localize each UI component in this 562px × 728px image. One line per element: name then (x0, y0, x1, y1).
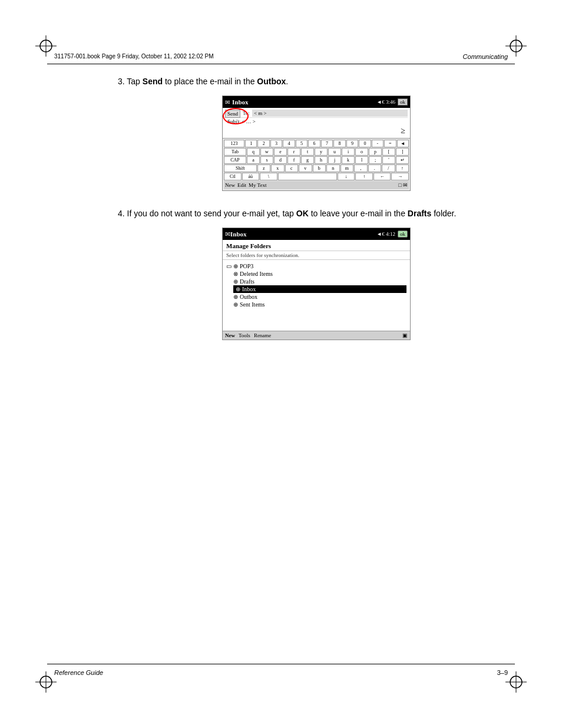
subj-value[interactable]: < … > (242, 118, 256, 124)
kb-key-x[interactable]: x (271, 164, 285, 172)
kb-key-q[interactable]: q (247, 148, 260, 156)
screen1-ok-button[interactable]: ok (398, 98, 408, 106)
kb-key-0[interactable]: 0 (359, 140, 371, 147)
kb-key-down[interactable]: ↓ (338, 173, 355, 180)
kb-key-space[interactable] (278, 173, 337, 180)
pop3-folder-icon: ⊕ (233, 263, 238, 269)
kb-key-i[interactable]: i (342, 148, 355, 156)
kb-key-s[interactable]: s (260, 156, 273, 164)
kb-key-1[interactable]: 1 (245, 140, 257, 147)
kb-key-minus[interactable]: - (372, 140, 384, 147)
kb-key-e[interactable]: e (274, 148, 287, 156)
kb-key-m[interactable]: m (340, 164, 354, 172)
main-content: 3. Tap Send to place the e-mail in the O… (118, 77, 515, 657)
outbox-label: Outbox (240, 294, 257, 300)
kb-edit-menu[interactable]: Edit (237, 182, 246, 188)
kb-key-o[interactable]: o (355, 148, 368, 156)
kb-key-equals[interactable]: = (384, 140, 396, 147)
kb-key-9[interactable]: 9 (346, 140, 358, 147)
footer-guide-label: Reference Guide (54, 669, 103, 676)
manage-new-menu[interactable]: New (225, 332, 235, 338)
send-button[interactable]: Send (225, 110, 240, 118)
deleted-items-icon: ⊗ (233, 271, 238, 277)
kb-key-f[interactable]: f (287, 156, 300, 164)
kb-key-right[interactable]: → (391, 173, 409, 180)
kb-row-5: Ctl áü \ ↓ ↑ ← → (224, 173, 409, 180)
kb-key-w[interactable]: w (260, 148, 273, 156)
kb-key-5[interactable]: 5 (296, 140, 308, 147)
kb-key-v[interactable]: v (299, 164, 312, 172)
folder-root[interactable]: ▭ ⊕ POP3 (226, 262, 406, 270)
kb-key-l[interactable]: l (355, 156, 368, 164)
inbox-folder-icon: ⊕ (236, 286, 240, 292)
kb-key-u[interactable]: u (328, 148, 341, 156)
kb-key-lbracket[interactable]: [ (382, 148, 395, 156)
kb-new-menu[interactable]: New (225, 182, 235, 188)
screen1-titlebar: ✉ Inbox ◄€ 3:46 ok (223, 96, 410, 108)
kb-mytext-menu[interactable]: My Text (249, 182, 266, 188)
manage-tools-menu[interactable]: Tools (239, 332, 250, 338)
corner-mark-bl (35, 671, 57, 693)
kb-key-k[interactable]: k (342, 156, 355, 164)
kb-key-c[interactable]: c (285, 164, 299, 172)
kb-key-h[interactable]: h (315, 156, 328, 164)
kb-key-z[interactable]: z (257, 164, 271, 172)
inbox2-icon: ✉ (225, 230, 230, 238)
manage-rename-item[interactable]: Rename (254, 332, 272, 338)
folder-drafts[interactable]: ⊕ Drafts (233, 278, 406, 285)
kb-key-up[interactable]: ↑ (396, 164, 409, 172)
kb-key-left[interactable]: ← (373, 173, 391, 180)
kb-key-8[interactable]: 8 (333, 140, 345, 147)
kb-key-rbracket[interactable]: ] (396, 148, 409, 156)
kb-key-enter[interactable]: ↵ (396, 156, 409, 164)
screen2-ok-button[interactable]: ok (398, 230, 408, 238)
kb-key-6[interactable]: 6 (308, 140, 320, 147)
kb-key-cap[interactable]: CAP (224, 156, 246, 164)
expand-icon: ▭ (226, 263, 232, 269)
send-button-wrap: Send (225, 110, 243, 117)
kb-key-4[interactable]: 4 (283, 140, 295, 147)
manage-icon: ▣ (402, 332, 408, 338)
kb-key-y[interactable]: y (315, 148, 328, 156)
step4-to-leave: to leave your e-mail in the (309, 209, 408, 218)
kb-key-comma[interactable]: , (354, 164, 368, 172)
kb-key-j[interactable]: j (328, 156, 341, 164)
kb-key-d[interactable]: d (274, 156, 287, 164)
kb-key-7[interactable]: 7 (321, 140, 333, 147)
screen2-signal: ◄€ 4:12 (376, 231, 395, 237)
kb-key-tab[interactable]: Tab (224, 148, 246, 156)
kb-key-p[interactable]: p (369, 148, 382, 156)
kb-key-ctl[interactable]: Ctl (224, 173, 242, 180)
outbox-folder-icon: ⊕ (233, 294, 238, 300)
to-value[interactable]: < m > (252, 110, 408, 117)
inbox-label: Inbox (242, 286, 256, 292)
to-label: To: (243, 110, 250, 116)
kb-key-a[interactable]: a (247, 156, 260, 164)
step3-outbox-bold: Outbox (257, 77, 286, 86)
kb-key-t[interactable]: t (301, 148, 314, 156)
kb-key-3[interactable]: 3 (270, 140, 282, 147)
folder-outbox[interactable]: ⊕ Outbox (233, 293, 406, 301)
kb-key-123[interactable]: 123 (224, 140, 244, 147)
folder-deleted-items[interactable]: ⊗ Deleted Items (233, 270, 406, 278)
folder-sent-items[interactable]: ⊕ Sent Items (233, 301, 406, 308)
step4-text: 4. If you do not want to send your e-mai… (118, 209, 515, 218)
kb-key-backslash[interactable]: \ (260, 173, 277, 180)
subj-label: Subj): (227, 118, 240, 124)
kb-key-semicolon[interactable]: ; (369, 156, 382, 164)
kb-key-backspace[interactable]: ◄ (397, 140, 409, 147)
kb-key-shift[interactable]: Shift (224, 164, 257, 172)
kb-key-accent[interactable]: áü (242, 173, 260, 180)
kb-key-n[interactable]: n (326, 164, 340, 172)
kb-key-period[interactable]: . (368, 164, 382, 172)
kb-key-slash[interactable]: / (382, 164, 395, 172)
folder-inbox[interactable]: ⊕ Inbox (233, 285, 406, 293)
kb-key-r[interactable]: r (287, 148, 300, 156)
kb-key-quote[interactable]: ' (382, 156, 395, 164)
kb-key-g[interactable]: g (301, 156, 314, 164)
kb-key-b[interactable]: b (313, 164, 326, 172)
kb-key-up2[interactable]: ↑ (355, 173, 373, 180)
corner-mark-br (505, 671, 527, 693)
kb-key-2[interactable]: 2 (257, 140, 269, 147)
kb-row-3: CAP a s d f g h j k l ; ' ↵ (224, 156, 409, 164)
